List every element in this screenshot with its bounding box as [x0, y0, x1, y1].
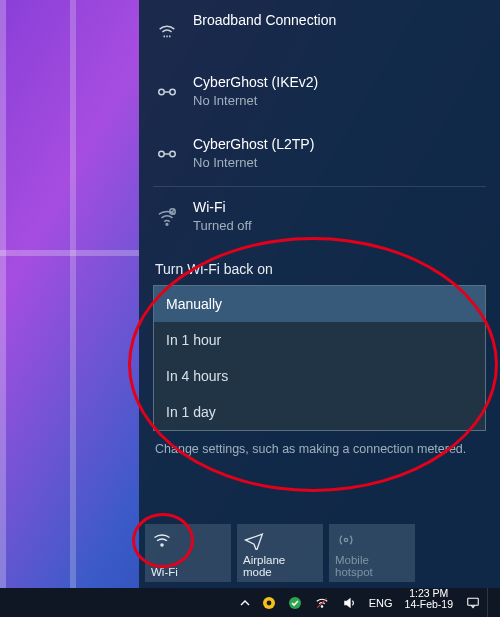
- clock-date: 14-Feb-19: [405, 599, 453, 610]
- tile-label: Wi-Fi: [151, 566, 225, 578]
- svg-point-10: [161, 544, 163, 546]
- turn-wifi-back-on-label: Turn Wi-Fi back on: [139, 249, 500, 285]
- tile-mobile-hotspot[interactable]: Mobile hotspot: [329, 524, 415, 582]
- network-item-vpn-ikev2[interactable]: CyberGhost (IKEv2) No Internet: [139, 62, 500, 124]
- wifi-label: Wi-Fi: [193, 199, 252, 216]
- option-manually[interactable]: Manually: [154, 286, 485, 322]
- vpn-icon: [155, 136, 179, 172]
- change-settings-link[interactable]: Change settings, such as making a connec…: [139, 431, 500, 467]
- tile-label: Mobile hotspot: [335, 554, 409, 578]
- tray-overflow-button[interactable]: [234, 588, 256, 617]
- wifi-icon: [151, 530, 225, 552]
- tray-app-icon[interactable]: [256, 588, 282, 617]
- option-4-hours[interactable]: In 4 hours: [154, 358, 485, 394]
- turn-wifi-back-on-select[interactable]: Manually In 1 hour In 4 hours In 1 day: [153, 285, 486, 431]
- network-item-broadband[interactable]: Broadband Connection: [139, 0, 500, 62]
- svg-point-11: [344, 538, 347, 541]
- wifi-status: Turned off: [193, 218, 252, 234]
- show-desktop-button[interactable]: [487, 588, 500, 617]
- option-1-hour[interactable]: In 1 hour: [154, 322, 485, 358]
- tray-clock[interactable]: 1:23 PM 14-Feb-19: [399, 588, 459, 617]
- wifi-section[interactable]: Wi-Fi Turned off: [139, 187, 500, 249]
- network-name: CyberGhost (L2TP): [193, 136, 314, 153]
- taskbar: ENG 1:23 PM 14-Feb-19: [0, 588, 500, 617]
- network-name: Broadband Connection: [193, 12, 336, 29]
- network-item-vpn-l2tp[interactable]: CyberGhost (L2TP) No Internet: [139, 124, 500, 186]
- svg-rect-17: [468, 598, 479, 605]
- network-status: No Internet: [193, 155, 314, 171]
- svg-point-5: [159, 151, 165, 157]
- svg-point-3: [159, 89, 165, 95]
- airplane-icon: [243, 530, 317, 552]
- action-center-button[interactable]: [459, 588, 487, 617]
- hotspot-icon: [335, 530, 409, 552]
- network-status: No Internet: [193, 93, 318, 109]
- tile-airplane-mode[interactable]: Airplane mode: [237, 524, 323, 582]
- network-name: CyberGhost (IKEv2): [193, 74, 318, 91]
- option-1-day[interactable]: In 1 day: [154, 394, 485, 430]
- svg-point-6: [170, 151, 176, 157]
- tray-security-icon[interactable]: [282, 588, 308, 617]
- svg-point-15: [321, 605, 323, 607]
- tile-label: Airplane mode: [243, 554, 317, 578]
- dialup-icon: [155, 12, 179, 48]
- network-flyout: Broadband Connection CyberGhost (IKEv2) …: [139, 0, 500, 588]
- wifi-off-icon: [155, 199, 179, 235]
- vpn-icon: [155, 74, 179, 110]
- svg-point-13: [266, 600, 271, 605]
- quick-action-tiles: Wi-Fi Airplane mode Mobile hotspot: [139, 518, 421, 588]
- tray-volume-icon[interactable]: [336, 588, 363, 617]
- system-tray: ENG 1:23 PM 14-Feb-19: [234, 588, 500, 617]
- svg-point-4: [170, 89, 176, 95]
- tile-wifi[interactable]: Wi-Fi: [145, 524, 231, 582]
- tray-language[interactable]: ENG: [363, 588, 399, 617]
- tray-network-icon[interactable]: [308, 588, 336, 617]
- svg-point-7: [166, 223, 168, 225]
